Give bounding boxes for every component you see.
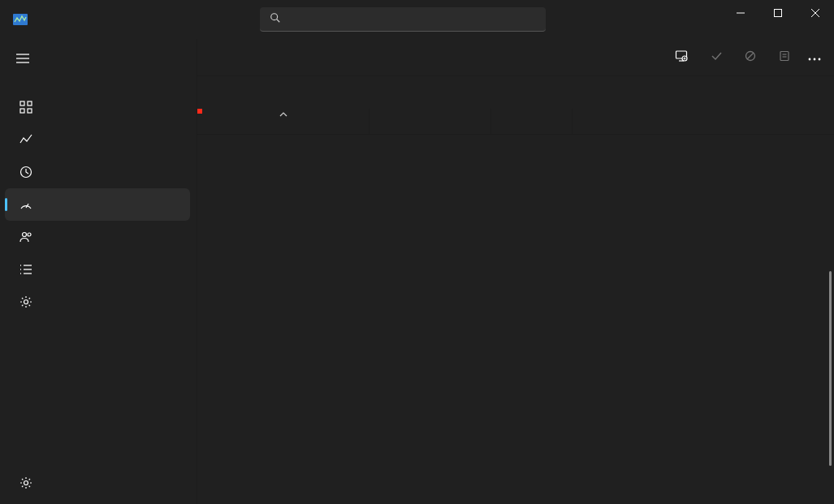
startup-table xyxy=(197,109,834,504)
svg-rect-13 xyxy=(28,109,32,113)
search-icon xyxy=(270,12,281,26)
svg-point-25 xyxy=(24,481,28,485)
column-header-name[interactable] xyxy=(197,109,369,134)
svg-rect-4 xyxy=(775,10,782,17)
svg-point-17 xyxy=(28,233,31,236)
ellipsis-icon xyxy=(808,51,821,63)
settings-icon xyxy=(19,476,32,489)
toolbar xyxy=(197,39,834,76)
sort-ascending-icon xyxy=(279,109,287,119)
svg-point-38 xyxy=(819,58,821,61)
disable-button xyxy=(737,45,771,69)
search-box[interactable] xyxy=(260,7,546,32)
more-button[interactable] xyxy=(805,46,824,68)
gauge-icon xyxy=(19,198,32,211)
sidebar-item-processes[interactable] xyxy=(5,91,190,123)
svg-point-1 xyxy=(271,14,278,20)
column-header-impact[interactable] xyxy=(573,109,650,134)
sidebar-item-details[interactable] xyxy=(5,253,190,286)
properties-button xyxy=(771,45,805,69)
run-icon xyxy=(675,50,688,65)
grid-icon xyxy=(19,101,32,114)
svg-rect-12 xyxy=(20,109,24,113)
sidebar-item-performance[interactable] xyxy=(5,123,190,156)
svg-point-37 xyxy=(814,58,816,61)
sidebar-item-users[interactable] xyxy=(5,221,190,253)
sidebar-item-app-history[interactable] xyxy=(5,156,190,188)
nav-toggle-button[interactable] xyxy=(6,44,39,73)
svg-point-36 xyxy=(809,58,811,61)
sidebar xyxy=(0,39,197,504)
svg-line-32 xyxy=(747,53,754,59)
svg-rect-33 xyxy=(780,52,789,61)
search-input[interactable] xyxy=(291,13,536,25)
enable-button xyxy=(702,45,737,69)
titlebar xyxy=(0,0,834,39)
gear-icon xyxy=(19,295,32,308)
sidebar-item-startup-apps[interactable] xyxy=(5,188,190,221)
column-header-status[interactable] xyxy=(491,109,573,134)
svg-point-16 xyxy=(23,233,27,237)
main-panel xyxy=(197,39,834,504)
maximize-button[interactable] xyxy=(759,0,797,26)
svg-rect-11 xyxy=(28,101,32,106)
performance-icon xyxy=(19,133,32,146)
check-icon xyxy=(711,50,722,64)
svg-line-2 xyxy=(277,19,280,23)
sidebar-item-services[interactable] xyxy=(5,286,190,318)
svg-rect-10 xyxy=(20,101,24,106)
properties-icon xyxy=(779,50,790,64)
list-icon xyxy=(19,263,32,276)
svg-point-24 xyxy=(24,300,28,304)
sidebar-item-settings[interactable] xyxy=(5,467,190,499)
users-icon xyxy=(19,230,32,243)
column-header-publisher[interactable] xyxy=(369,109,491,134)
run-new-task-button[interactable] xyxy=(667,45,702,70)
vertical-scrollbar[interactable] xyxy=(829,271,832,466)
close-button[interactable] xyxy=(797,0,834,26)
minimize-button[interactable] xyxy=(722,0,759,26)
app-icon xyxy=(13,14,28,25)
history-icon xyxy=(19,166,32,179)
disable-icon xyxy=(745,50,756,64)
